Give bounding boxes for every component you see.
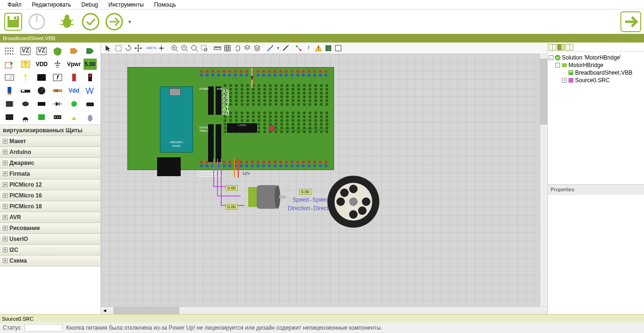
menu-tools[interactable]: Инструменты (104, 0, 149, 9)
pal-green2-icon[interactable] (35, 111, 48, 123)
power-jack[interactable] (157, 157, 181, 176)
pal-redrect-icon[interactable] (67, 72, 81, 83)
pal-help-icon[interactable]: ? (19, 59, 32, 70)
l293d-chip[interactable]: L293D (227, 123, 257, 133)
pal-500-icon[interactable]: 5.00 (84, 59, 97, 70)
pal-header-icon[interactable] (51, 111, 64, 123)
canvas[interactable]: ARDUINO NANO POWER ANALOG A5A4A3 A2A1A0 … (101, 54, 547, 307)
pal-trans-icon[interactable] (19, 111, 32, 123)
pointer-icon[interactable] (104, 43, 113, 53)
check-button[interactable] (80, 11, 101, 32)
layout1-button[interactable] (549, 44, 556, 51)
power-button[interactable] (26, 11, 47, 32)
pal-ic-icon[interactable] (3, 111, 16, 123)
header-analog[interactable] (216, 86, 221, 115)
junction-icon[interactable] (157, 43, 166, 53)
zoom-region-icon[interactable] (200, 43, 209, 53)
pal-battery-icon[interactable] (3, 85, 16, 96)
pal-gauge-icon[interactable] (35, 85, 48, 96)
header-digital[interactable] (208, 124, 214, 162)
save-button[interactable] (3, 11, 24, 32)
pal-export-icon[interactable] (3, 59, 16, 70)
header-power[interactable] (208, 86, 214, 115)
tree-sheet[interactable]: BreadboardSheet.VBB (549, 69, 643, 77)
cat-pic12[interactable]: +PICMicro 12 (0, 179, 100, 190)
pal-tag-icon[interactable] (67, 45, 81, 57)
cat-breadboard[interactable]: +Макет (0, 136, 100, 147)
cat-pic18[interactable]: +PICMicro 18 (0, 201, 100, 212)
pal-diode-icon[interactable] (51, 98, 64, 110)
menu-edit[interactable]: Редактировать (27, 0, 76, 9)
pal-led-icon[interactable] (84, 72, 97, 83)
breadboard[interactable]: ARDUINO NANO POWER ANALOG A5A4A3 A2A1A0 … (127, 67, 334, 170)
canvas-hscroll[interactable]: ◂ (101, 307, 547, 314)
pal-black-icon[interactable] (35, 72, 48, 83)
run-dropdown[interactable]: ▾ (127, 18, 132, 25)
select-rect-icon[interactable] (114, 43, 123, 53)
pal-tag2-icon[interactable] (84, 45, 97, 57)
run-button[interactable] (104, 11, 125, 32)
solution-tree[interactable]: -Solution 'MotorHBridge' -MotorHBridge B… (548, 52, 644, 184)
canvas-vscroll[interactable] (540, 54, 547, 307)
zoom-fit-icon[interactable] (190, 43, 199, 53)
pal-yellow-icon[interactable] (67, 111, 81, 123)
cat-arduino[interactable]: +Arduino (0, 147, 100, 158)
zoom-out-icon[interactable] (180, 43, 189, 53)
pal-chip-icon[interactable] (3, 98, 16, 110)
warning-icon[interactable]: ! (314, 43, 323, 53)
pal-vdd-icon[interactable]: VDD (35, 59, 48, 70)
bug-button[interactable] (57, 11, 77, 32)
cat-avr[interactable]: +AVR (0, 212, 100, 223)
pal-vdd2-icon[interactable]: Vdd (67, 85, 81, 96)
pal-dots-icon[interactable] (3, 45, 16, 57)
layers2-icon[interactable] (252, 43, 262, 53)
tree-solution[interactable]: -Solution 'MotorHBridge' (549, 54, 643, 61)
wheel[interactable] (327, 176, 379, 228)
cat-jarvis[interactable]: +Джарвис (0, 158, 100, 169)
pal-chip2-icon[interactable] (35, 98, 48, 110)
pal-vpwr-icon[interactable]: Vpwr (67, 59, 81, 70)
gridtoggle-icon[interactable] (223, 43, 232, 53)
category-list[interactable]: виртуализированных Щиты +Макет +Arduino … (0, 125, 100, 314)
go-right-button[interactable] (620, 11, 641, 32)
ruler-icon[interactable] (213, 43, 222, 53)
pal-vz-icon[interactable]: VZ (19, 45, 32, 57)
pal-cap-icon[interactable] (19, 98, 32, 110)
arduino-nano[interactable]: ARDUINO NANO (160, 86, 193, 153)
cat-draw[interactable]: +Рисование (0, 223, 100, 234)
connect-icon[interactable] (294, 43, 303, 53)
menu-file[interactable]: Файл (3, 0, 26, 9)
cat-shields[interactable]: виртуализированных Щиты (0, 125, 100, 136)
document-tab[interactable]: BreadboardSheet.VBB (0, 34, 644, 43)
rotate-icon[interactable] (124, 43, 133, 53)
tree-source[interactable]: +Source0.SRC (549, 77, 643, 84)
bottom-tab[interactable]: Source0.SRC (0, 314, 644, 323)
pal-zigzag-icon[interactable] (84, 85, 97, 96)
pal-meter-icon[interactable] (3, 72, 16, 83)
layers-icon[interactable] (243, 43, 252, 53)
pencil-icon[interactable] (281, 43, 290, 53)
menu-debug[interactable]: Debug (76, 0, 102, 9)
pal-pin-icon[interactable] (19, 72, 32, 83)
pal-function-icon[interactable]: f (51, 72, 64, 83)
pal-cap2-icon[interactable] (84, 111, 97, 123)
cat-schema[interactable]: +Схема (0, 256, 100, 266)
line-icon[interactable] (266, 43, 275, 53)
header-digital2[interactable] (216, 124, 221, 162)
grid2-icon[interactable] (324, 43, 333, 53)
move-icon[interactable] (134, 43, 143, 53)
pal-greenled-icon[interactable] (67, 98, 81, 110)
pal-switch-icon[interactable] (19, 85, 32, 96)
cat-userio[interactable]: +UserIO (0, 234, 100, 245)
blank-icon[interactable] (334, 43, 343, 53)
dc-motor[interactable] (248, 183, 286, 211)
pal-shield-green-icon[interactable] (51, 45, 64, 57)
layout2-button[interactable] (557, 44, 565, 51)
zoom-in-icon[interactable] (170, 43, 179, 53)
layout3-button[interactable] (566, 44, 573, 51)
net-icon[interactable]: •NET• (147, 43, 156, 53)
resistor[interactable] (251, 68, 253, 88)
pal-resistor-icon[interactable] (51, 85, 64, 96)
cat-i2c[interactable]: +I2C (0, 245, 100, 256)
pan-icon[interactable] (233, 43, 242, 53)
